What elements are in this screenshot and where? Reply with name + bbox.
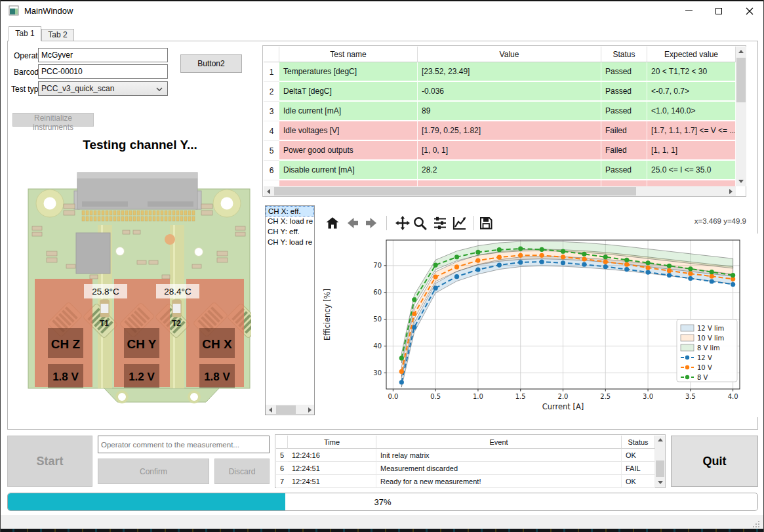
operator-input[interactable] — [38, 48, 168, 62]
results-cell-name[interactable]: Power good outputs — [279, 141, 418, 161]
events-column-header[interactable]: Time — [288, 436, 376, 449]
scroll-thumb[interactable] — [276, 405, 296, 414]
close-button[interactable] — [734, 1, 764, 20]
results-cell-expected[interactable]: [1, 1, 1] — [647, 141, 736, 161]
events-cell-event[interactable]: Init relay matrix — [376, 449, 622, 462]
events-cell-status[interactable]: FAIL — [622, 462, 655, 475]
sensor-label-t1: T1 — [100, 319, 109, 328]
scroll-up-arrow[interactable] — [655, 436, 665, 444]
results-cell-status[interactable]: Passed — [601, 161, 647, 180]
events-cell-time[interactable]: 12:24:51 — [288, 475, 376, 488]
scroll-thumb[interactable] — [736, 58, 746, 102]
save-icon[interactable] — [478, 215, 494, 234]
scroll-right-arrow[interactable] — [305, 405, 314, 415]
quit-button[interactable]: Quit — [671, 436, 758, 487]
events-row-number[interactable]: 6 — [276, 462, 288, 475]
events-cell-status[interactable]: OK — [622, 475, 655, 488]
results-cell-value[interactable]: [23.52, 23.49] — [418, 62, 601, 82]
results-column-header[interactable]: Expected value — [647, 47, 736, 62]
pan-icon[interactable] — [395, 215, 411, 234]
events-cell-event[interactable]: Ready for a new measurement! — [376, 475, 622, 488]
results-cell-status[interactable]: Failed — [601, 141, 647, 161]
events-column-header[interactable]: Event — [376, 436, 622, 449]
plot-series-list-item[interactable]: CH Y: eff. — [266, 227, 314, 237]
operator-comment-input[interactable] — [98, 436, 270, 453]
results-cell-status[interactable]: Passed — [601, 102, 647, 121]
results-column-header[interactable]: Status — [601, 47, 647, 62]
events-cell-time[interactable]: 12:24:16 — [288, 449, 376, 462]
results-hscrollbar[interactable] — [264, 186, 736, 196]
results-row-number[interactable]: 3 — [264, 102, 279, 121]
results-cell-name[interactable]: Temperatures [degC] — [279, 62, 418, 82]
button2[interactable]: Button2 — [180, 54, 242, 73]
scroll-left-arrow[interactable] — [264, 186, 273, 196]
results-column-header[interactable]: Value — [418, 47, 601, 62]
results-cell-expected[interactable]: 20 < T1,T2 < 30 — [647, 62, 736, 82]
plot-series-list-item[interactable]: CH X: eff. — [266, 206, 314, 216]
scroll-up-arrow[interactable] — [736, 47, 746, 56]
results-cell-expected[interactable]: [1.7, 1.1, 1.7] <= V <= ... — [647, 121, 736, 141]
minimize-button[interactable] — [674, 1, 704, 20]
efficiency-plot-canvas[interactable]: 0.00.51.01.52.02.53.03.54.03040506070Cur… — [315, 234, 764, 417]
configure-subplots-icon[interactable] — [432, 215, 448, 234]
results-cell-name[interactable]: Disable current [mA] — [279, 161, 418, 180]
events-row-number[interactable]: 7 — [276, 475, 288, 488]
results-row-number[interactable]: 1 — [264, 62, 279, 82]
list-hscrollbar[interactable] — [266, 405, 314, 415]
results-cell-value[interactable]: 28.2 — [418, 161, 601, 180]
results-row-number[interactable]: 6 — [264, 161, 279, 180]
reinitialize-instruments-button[interactable]: Reinitialize instruments — [12, 113, 94, 127]
barcode-input[interactable] — [38, 64, 168, 79]
results-cell-value[interactable]: [1.79, 0.25, 1.82] — [418, 121, 601, 141]
plot-series-list-item[interactable]: CH X: load re — [266, 216, 314, 227]
results-cell-expected[interactable]: <-0.7, 0.7> — [647, 82, 736, 102]
results-cell-name[interactable]: Idle voltages [V] — [279, 121, 418, 141]
results-column-header[interactable]: Test name — [279, 47, 418, 62]
results-cell-status[interactable]: Passed — [601, 82, 647, 102]
discard-button[interactable]: Discard — [214, 459, 270, 484]
resize-grip[interactable] — [752, 520, 760, 528]
results-cell-name[interactable]: DeltaT [degC] — [279, 82, 418, 102]
results-row-number[interactable]: 7 — [264, 180, 279, 186]
events-cell-event[interactable]: Measurement discarded — [376, 462, 622, 475]
back-icon[interactable] — [344, 215, 360, 234]
results-vscrollbar[interactable] — [736, 47, 746, 186]
results-cell-value[interactable]: [1, 0, 1] — [418, 141, 601, 161]
start-button[interactable]: Start — [7, 436, 92, 487]
maximize-button[interactable] — [704, 1, 734, 20]
results-cell-status[interactable]: Failed — [601, 121, 647, 141]
results-cell-status[interactable]: Passed — [601, 62, 647, 82]
forward-icon[interactable] — [364, 215, 380, 234]
edit-axes-icon[interactable] — [452, 215, 468, 234]
scroll-thumb[interactable] — [656, 460, 664, 477]
results-cell-name[interactable]: Idle current [mA] — [279, 102, 418, 121]
confirm-button[interactable]: Confirm — [98, 459, 209, 484]
events-row-number[interactable]: 5 — [276, 449, 288, 462]
results-cell-expected[interactable]: <1.0, 140.0> — [647, 102, 736, 121]
scroll-left-arrow[interactable] — [266, 405, 275, 415]
results-cell-expected[interactable]: 25.0 <= I <= 35.0 — [647, 161, 736, 180]
results-cell-value[interactable]: CH X efficiency 30.5% is out of range fo… — [418, 180, 601, 186]
events-cell-status[interactable]: OK — [622, 449, 655, 462]
events-vscrollbar[interactable] — [655, 436, 665, 487]
scroll-thumb[interactable] — [274, 187, 636, 195]
scroll-right-arrow[interactable] — [726, 186, 736, 196]
home-icon[interactable] — [325, 215, 340, 234]
scroll-down-arrow[interactable] — [736, 176, 746, 186]
test-type-combobox[interactable]: PCC_v3_quick_scan — [38, 81, 168, 96]
scroll-down-arrow[interactable] — [655, 478, 665, 487]
events-column-header[interactable]: Status — [622, 436, 655, 449]
plot-series-list-item[interactable]: CH Y: load re — [266, 237, 314, 248]
results-cell-expected[interactable]: See plot below. — [647, 180, 736, 186]
tab-2[interactable]: Tab 2 — [41, 29, 74, 41]
results-row-number[interactable]: 4 — [264, 121, 279, 141]
zoom-icon[interactable] — [412, 215, 428, 234]
results-row-number[interactable]: 5 — [264, 141, 279, 161]
results-cell-value[interactable]: 89 — [418, 102, 601, 121]
tab-1[interactable]: Tab 1 — [9, 26, 41, 41]
events-cell-time[interactable]: 12:24:51 — [288, 462, 376, 475]
results-cell-name[interactable]: CH X: efficiency — [279, 180, 418, 186]
results-cell-value[interactable]: -0.036 — [418, 82, 601, 102]
results-cell-status[interactable]: Failed — [601, 180, 647, 186]
results-row-number[interactable]: 2 — [264, 82, 279, 102]
